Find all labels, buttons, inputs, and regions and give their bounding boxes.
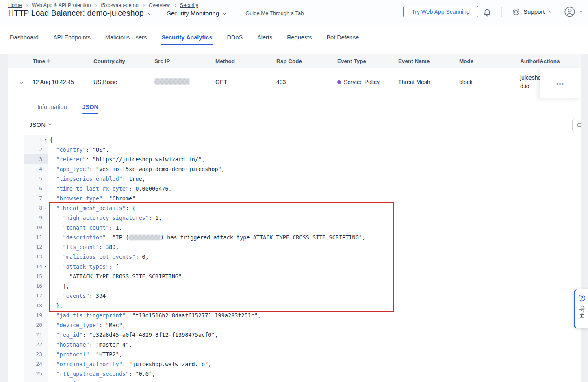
sort-icon[interactable] [47,59,50,63]
support-menu[interactable]: Support [523,8,545,15]
line-number: 7 [24,193,48,203]
tab-malicious-users[interactable]: Malicious Users [105,34,147,45]
line-content: { [48,135,53,145]
line-number: 14▾ [24,262,48,271]
detail-tab-information[interactable]: Information [37,104,67,114]
tab-alerts[interactable]: Alerts [257,34,272,45]
column-header-event-type: Event Type [337,58,398,64]
row-actions-menu-icon[interactable]: ••• [556,80,564,87]
masked-ip-blur [129,235,161,240]
line-number: 17 [24,291,48,301]
json-line-3: 3 "referer": "https://juiceshop.wafwizar… [24,154,577,164]
line-number: 6 [24,184,48,193]
help-tab[interactable]: Help [574,289,588,328]
line-content: }, [48,301,63,310]
line-content: "hostname": "master-4", [48,340,132,349]
account-chevron-down-icon[interactable] [579,9,583,12]
json-key: "original_authority" [56,361,122,367]
breadcrumb-separator-icon [94,4,97,7]
row-expander-chevron-icon[interactable] [8,79,33,85]
json-line-24: 24 "original_authority": "juiceshop.wafw… [24,359,577,369]
detail-tabs: InformationJSON [37,104,98,114]
detail-tab-json[interactable]: JSON [82,104,99,114]
json-key: "hostname" [56,341,89,348]
line-content: "time_to_last_rx_byte": 0.00006476, [48,184,172,193]
line-content: "ja4_tls_fingerprint": "t13d1516h2_8daaf… [48,310,261,320]
table-row[interactable]: 12 Aug 10:42:45 US,Boise GET 403 Service… [8,68,581,96]
line-number: 12 [24,242,48,252]
line-number: 2 [24,145,48,154]
title-row: HTTP Load Balancer: demo-juiceshop Secur… [8,7,304,19]
json-line-4: 4 "app_type": "ves-io-f5xc-waap-demo-dem… [24,164,577,174]
support-chevron-down-icon[interactable] [549,9,552,12]
monitoring-selector[interactable]: Security Monitoring [167,10,219,17]
json-key: "time_to_last_rx_byte" [56,185,129,192]
try-web-app-scanning-button[interactable]: Try Web App Scanning [403,6,478,17]
json-line-5: 5 "timeseries_enabled": true, [24,174,577,184]
json-line-10: 10 "tenant_count": 1, [24,223,577,232]
fold-arrow-icon[interactable]: ▾ [45,135,47,145]
cell-src-ip-masked [154,78,215,86]
monitoring-chevron-down-icon[interactable] [223,11,227,15]
tab-requests[interactable]: Requests [287,34,312,45]
main-tabs: DashboardAPI EndpointsMalicious UsersSec… [10,34,359,45]
json-line-20: 20 "device_type": "Mac", [24,320,577,330]
tab-dashboard[interactable]: Dashboard [10,34,39,45]
json-search-button[interactable] [572,118,581,132]
line-content: "protocol": "HTTP2", [48,349,122,359]
json-line-17: 17 "events": 394 [24,291,577,301]
cell-method: GET [215,79,276,85]
tab-security-analytics[interactable]: Security Analytics [161,34,212,45]
column-header-time[interactable]: Time [33,58,93,64]
column-header-rsp-code: Rsp Code [276,58,337,64]
json-line-11: 11 "description": "IP () has triggered a… [24,232,577,242]
json-key: "browser_type" [56,195,102,202]
notifications-bell-icon[interactable] [482,7,493,17]
line-number: 1▾ [24,135,48,145]
json-line-15: 15 "ATTACK_TYPE_CROSS_SITE_SCRIPTING" [24,271,577,281]
json-line-14: 14▾ "attack_types": [ [24,262,577,271]
tab-bot-defense[interactable]: Bot Defense [326,34,359,45]
json-format-selector[interactable]: JSON [29,121,51,128]
line-number: 24 [24,359,48,369]
line-content: "browser_type": "Chrome", [48,193,139,203]
json-key: "country" [56,146,86,153]
breadcrumb-separator-icon [25,4,28,7]
json-key: "malicious_bot_events" [63,254,136,260]
breadcrumb-separator-icon [142,4,145,7]
guide-me-link[interactable]: Guide Me Through a Tab [245,10,304,16]
json-code-viewer: 1▾{2 "country": "US",3 "referer": "https… [24,135,577,382]
line-number: 11 [24,232,48,242]
column-header-src-ip: Src IP [154,58,215,64]
column-header-mode: Mode [459,58,520,64]
json-line-23: 23 "protocol": "HTTP2", [24,349,577,359]
line-content: "original_authority": "juiceshop.wafwiza… [48,359,211,369]
json-line-9: 9 "high_accuracy_signatures": 1, [24,213,577,223]
tab-ddos[interactable]: DDoS [227,34,243,45]
line-number: 26 [24,379,48,382]
json-selector-chevron-down-icon [48,122,52,125]
json-key: "high_accuracy_signatures" [63,215,149,221]
line-content: "events": 394 [48,291,106,301]
cell-event-name: Threat Mesh [398,79,459,85]
cell-event-type: Service Policy [337,79,398,85]
tab-api-endpoints[interactable]: API Endpoints [53,34,91,45]
line-content: "timeseries_enabled": true, [48,174,145,184]
json-line-8: 8▾ "threat_mesh_details": { [24,203,577,213]
title-chevron-down-icon[interactable] [147,11,151,15]
json-key: "rtt_upstream_seconds" [56,371,129,377]
json-line-19: 19 "ja4_tls_fingerprint": "t13d1516h2_8d… [24,310,577,320]
line-content: "high_accuracy_signatures": 1, [48,213,162,223]
column-header-method: Method [215,58,276,64]
user-avatar[interactable] [564,6,575,17]
line-number: 4 [24,164,48,174]
line-content: "description": "IP () has triggered atta… [48,232,365,242]
json-key: "src_instance" [56,380,102,382]
json-line-13: 13 "malicious_bot_events": 0, [24,252,577,262]
fold-arrow-icon[interactable]: ▾ [45,203,47,213]
line-content: "src_instance": "US", [48,379,126,382]
json-line-12: 12 "tls_count": 383, [24,242,577,252]
json-line-6: 6 "time_to_last_rx_byte": 0.00006476, [24,184,577,193]
fold-arrow-icon[interactable]: ▾ [45,262,47,271]
json-key: "timeseries_enabled" [56,176,122,182]
